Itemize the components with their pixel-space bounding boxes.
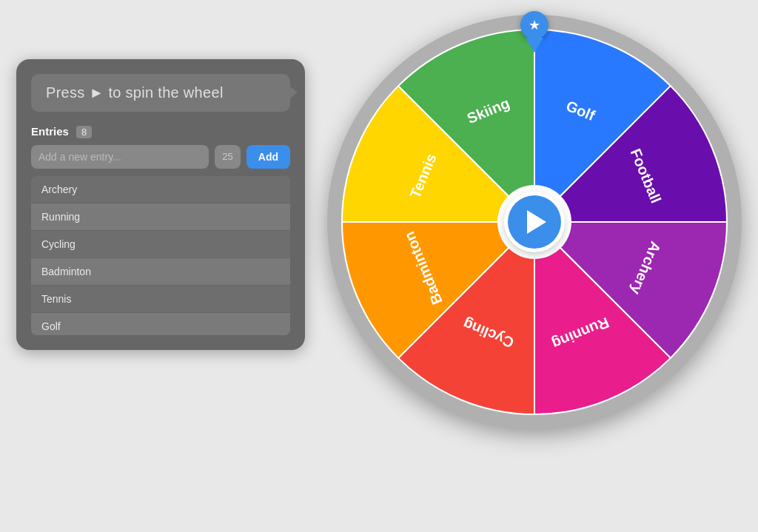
wheel-outer: GolfFootballArcheryRunningCyclingBadmint…	[327, 15, 742, 429]
entries-list[interactable]: ArcheryRunningCyclingBadmintonTennisGolf…	[31, 176, 290, 335]
play-icon	[527, 210, 546, 234]
press-bar[interactable]: Press ► to spin the wheel	[31, 74, 290, 112]
list-item[interactable]: Golf	[31, 313, 290, 335]
left-panel: Press ► to spin the wheel Entries 8 25 A…	[16, 59, 305, 350]
main-container: Press ► to spin the wheel Entries 8 25 A…	[16, 15, 742, 518]
pointer-circle: ★	[520, 11, 549, 39]
press-bar-text: Press ► to spin the wheel	[46, 84, 224, 101]
entries-list-container: ArcheryRunningCyclingBadmintonTennisGolf…	[31, 176, 290, 335]
wheel-container: ★ GolfFootballArcheryRunningCyclingBadmi…	[327, 15, 742, 429]
play-button[interactable]	[508, 195, 561, 249]
add-entry-input[interactable]	[31, 145, 209, 169]
entries-label: Entries 8	[31, 125, 290, 138]
char-count: 25	[215, 145, 240, 169]
entries-count: 8	[76, 126, 92, 138]
list-item[interactable]: Archery	[31, 176, 290, 203]
pointer-triangle	[526, 38, 543, 53]
list-item[interactable]: Running	[31, 203, 290, 231]
add-entry-button[interactable]: Add	[246, 145, 290, 169]
add-entry-row: 25 Add	[31, 145, 290, 169]
list-item[interactable]: Tennis	[31, 286, 290, 313]
list-item[interactable]: Cycling	[31, 231, 290, 258]
wheel-pointer: ★	[520, 11, 549, 53]
list-item[interactable]: Badminton	[31, 258, 290, 286]
